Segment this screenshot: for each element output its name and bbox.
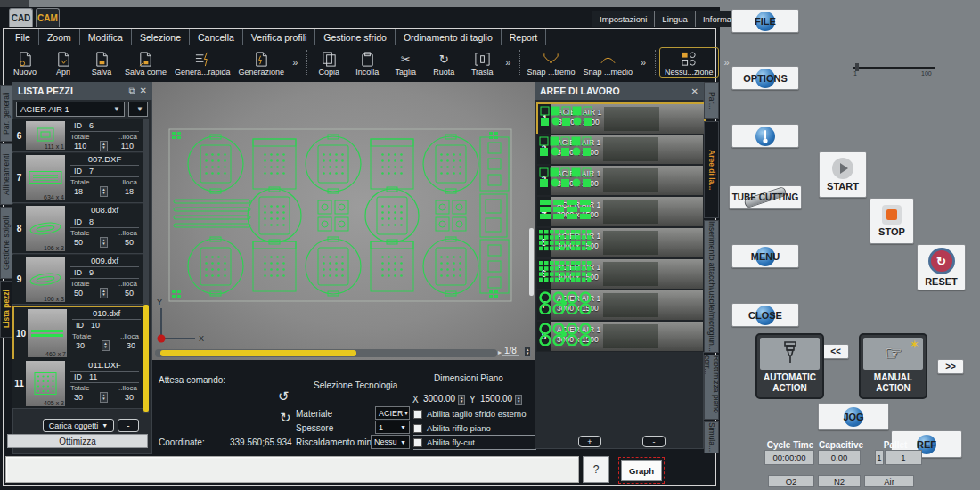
- quantity-stepper[interactable]: ▲▼: [102, 340, 109, 351]
- overflow-icon[interactable]: »: [287, 57, 303, 68]
- checkbox[interactable]: [413, 438, 422, 447]
- toolbar-button[interactable]: Trasla: [464, 48, 500, 77]
- reset-button[interactable]: ↻ RESET: [917, 244, 966, 290]
- start-button[interactable]: START: [819, 151, 867, 198]
- toolbar-button[interactable]: Salva come: [122, 48, 169, 77]
- sheet-page-stepper[interactable]: ▲▼: [524, 347, 531, 357]
- tab-cam[interactable]: CAM: [36, 8, 60, 27]
- left-panel-tab[interactable]: Lista pezzi: [0, 281, 12, 338]
- right-panel-tab[interactable]: Inserimento attacchi/uscite/microgiun...: [704, 220, 719, 353]
- close-panel-icon[interactable]: ✕: [691, 86, 698, 96]
- language-menu[interactable]: Lingua: [654, 11, 695, 27]
- right-panel-tab[interactable]: Riottimizza piano corr...: [704, 355, 719, 420]
- quantity-stepper[interactable]: ▲▼: [100, 141, 107, 151]
- thickness-select[interactable]: 1▼: [375, 421, 410, 434]
- toolbar-button[interactable]: Nuovo: [7, 48, 43, 77]
- canvas-hscroll-thumb[interactable]: [160, 350, 356, 356]
- list-item[interactable]: 11 405 x 3 011.DXF ID11 Totale..lloca 30…: [12, 359, 143, 409]
- checkbox[interactable]: [413, 424, 422, 433]
- list-options-dropdown[interactable]: ▼: [128, 102, 148, 117]
- toolbar-button[interactable]: Generazione: [236, 48, 288, 77]
- tab-cad[interactable]: CAD: [9, 8, 33, 27]
- close-button[interactable]: CLOSE: [731, 303, 799, 327]
- list-item[interactable]: 7 634 x 4 007.DXF ID7 Totale..lloca 18▲▼…: [12, 153, 143, 203]
- checkbox[interactable]: [413, 410, 422, 419]
- quantity-stepper[interactable]: ▲▼: [100, 392, 107, 403]
- quantity-stepper[interactable]: ▲▼: [100, 237, 107, 248]
- toolbar-button[interactable]: Snap ...tremo: [524, 48, 577, 77]
- menu-item[interactable]: Selezione: [132, 29, 190, 45]
- menu-item[interactable]: Verifica profili: [243, 29, 315, 45]
- menu-item[interactable]: Gestione sfrido: [315, 29, 396, 45]
- speed-slider[interactable]: [853, 67, 935, 69]
- float-panel-icon[interactable]: ⧉: [128, 86, 135, 96]
- list-item[interactable]: 9 106 x 3 009.dxf ID9 Totale..lloca 50▲▼…: [12, 255, 143, 305]
- menu-item[interactable]: Modifica: [80, 29, 132, 45]
- toolbar-button[interactable]: ↻ Ruota: [426, 48, 461, 77]
- speed-increase-button[interactable]: >>: [937, 359, 964, 374]
- material-dropdown[interactable]: ACIER AIR 1▼: [16, 102, 125, 117]
- automatic-action-button[interactable]: AUTOMATIC ACTION: [755, 333, 824, 399]
- canvas-vscrollbar[interactable]: [529, 228, 534, 296]
- x-size-value[interactable]: 3000.00: [421, 394, 458, 404]
- gas-button[interactable]: N2: [818, 475, 861, 487]
- work-area-item[interactable]: 2 ACIER AIR 1 3000 x 1500: [536, 134, 704, 165]
- manual-action-button[interactable]: ☞✶ MANUAL ACTION: [859, 333, 927, 399]
- parts-list-scroll-thumb[interactable]: [143, 305, 149, 412]
- temperature-button[interactable]: [731, 124, 799, 148]
- work-area-item[interactable]: 8 ACIER AIR 1 3000 x 1500: [536, 321, 704, 352]
- scroll-right-icon[interactable]: ▸: [498, 348, 502, 356]
- add-area-button[interactable]: +: [578, 436, 601, 447]
- overflow-icon[interactable]: »: [635, 57, 651, 68]
- list-item[interactable]: 10 460 x 7 010.dxf ID10 Totale..lloca 30…: [12, 306, 143, 361]
- tube-cutting-button[interactable]: TUBE CUTTING: [729, 185, 802, 209]
- toolbar-button[interactable]: Apri: [45, 48, 81, 77]
- menu-item[interactable]: File: [7, 29, 39, 45]
- x-size-stepper[interactable]: ▲▼: [458, 395, 465, 405]
- gas-button[interactable]: O2: [768, 475, 814, 487]
- toolbar-button[interactable]: Snap ...medio: [580, 48, 635, 77]
- rotate-ccw-icon[interactable]: ↺: [278, 388, 290, 404]
- right-panel-tab[interactable]: Par...: [704, 82, 719, 119]
- heating-select[interactable]: Nessu▼: [371, 435, 410, 449]
- left-panel-tab[interactable]: Allineamenti: [0, 143, 12, 205]
- left-panel-tab[interactable]: Par. generali: [0, 85, 12, 142]
- gas-button[interactable]: Air: [864, 475, 914, 487]
- toolbar-button[interactable]: Incolla: [349, 48, 385, 77]
- selection-mode-button[interactable]: Nessu...zione: [659, 47, 719, 78]
- quantity-stepper[interactable]: ▲▼: [100, 186, 107, 197]
- list-item[interactable]: 6 111 x 1 ID6 Totale..lloca 110▲▼110: [12, 119, 143, 152]
- work-area-item[interactable]: 5 ACIER AIR 1 3000 x 1500: [536, 227, 704, 258]
- load-objects-button[interactable]: Carica oggetti▼: [43, 419, 114, 432]
- toolbar-button[interactable]: Salva: [84, 48, 119, 77]
- y-size-value[interactable]: 1500.00: [478, 394, 515, 404]
- work-area-item[interactable]: 7 ACIER AIR 1 3000 x 1500: [536, 290, 704, 321]
- help-button[interactable]: ?: [583, 456, 609, 483]
- menu-item[interactable]: Zoom: [39, 29, 80, 45]
- y-size-stepper[interactable]: ▲▼: [515, 395, 522, 405]
- file-button[interactable]: FILE: [731, 9, 799, 33]
- jog-mode-button[interactable]: JOG: [818, 403, 889, 430]
- remove-button[interactable]: -: [118, 419, 139, 432]
- menu-item[interactable]: Report: [502, 29, 547, 45]
- material-select[interactable]: ACIER▼: [375, 406, 410, 420]
- stop-button[interactable]: STOP: [870, 198, 914, 244]
- menu-button[interactable]: MENU: [731, 244, 799, 268]
- menu-item[interactable]: Ordinamento di taglio: [396, 29, 502, 45]
- work-area-item[interactable]: 6 ACIER AIR 1 3000 x 1500: [536, 258, 704, 290]
- settings-menu[interactable]: Impostazioni: [592, 11, 654, 27]
- left-panel-tab[interactable]: Gestione spigoli: [0, 207, 12, 279]
- work-area-item[interactable]: 4 ACIER AIR 1 3000 x 1500: [536, 196, 704, 227]
- toolbar-button[interactable]: Copia: [311, 48, 347, 77]
- list-item[interactable]: 8 106 x 3 008.dxf ID8 Totale..lloca 50▲▼…: [12, 204, 143, 254]
- options-button[interactable]: OPTIONS: [731, 66, 799, 90]
- close-panel-icon[interactable]: ✕: [140, 86, 147, 96]
- optimize-button[interactable]: Ottimizza: [7, 434, 148, 448]
- remove-area-button[interactable]: -: [642, 436, 666, 447]
- right-panel-tab[interactable]: Simula...: [704, 421, 719, 453]
- work-area-item[interactable]: 3 ACIER AIR 1 3000 x 1500: [536, 165, 704, 196]
- quantity-stepper[interactable]: ▲▼: [100, 288, 107, 298]
- right-panel-tab[interactable]: Aree di la...: [704, 121, 719, 218]
- overflow-icon[interactable]: »: [500, 57, 516, 68]
- toolbar-button[interactable]: ✂ Taglia: [388, 48, 423, 77]
